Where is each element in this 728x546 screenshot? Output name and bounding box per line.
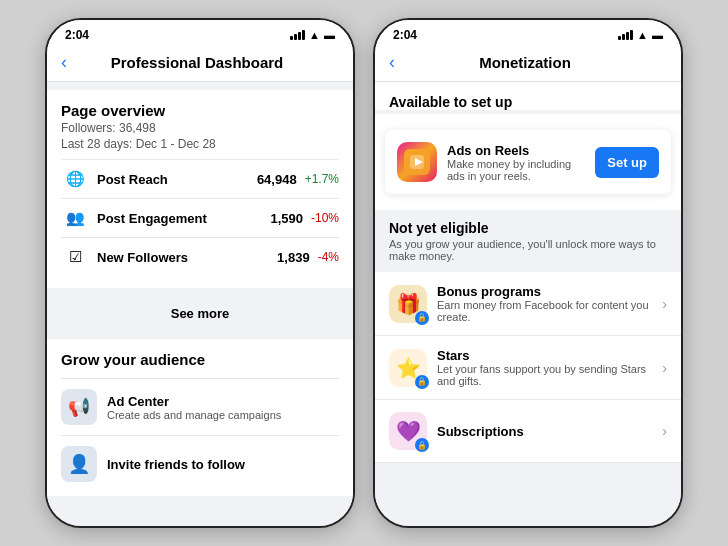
status-bar-left: 2:04 ▲ ▬ (47, 20, 353, 46)
back-button-right[interactable]: ‹ (389, 52, 395, 73)
lock-badge-stars: 🔒 (415, 375, 429, 389)
subscriptions-item[interactable]: 💜 🔒 Subscriptions › (375, 400, 681, 463)
ad-center-text: Ad Center Create ads and manage campaign… (107, 394, 281, 421)
lock-badge-subscriptions: 🔒 (415, 438, 429, 452)
nav-title-right: Monetization (403, 54, 647, 71)
page-overview-heading: Page overview (61, 102, 339, 119)
post-engagement-value: 1,590 (270, 211, 303, 226)
wifi-icon: ▲ (309, 29, 320, 41)
ads-text: Ads on Reels Make money by including ads… (447, 143, 585, 182)
invite-text: Invite friends to follow (107, 457, 245, 472)
bonus-arrow-icon: › (662, 296, 667, 312)
date-range: Last 28 days: Dec 1 - Dec 28 (61, 137, 339, 151)
reach-icon: 🌐 (61, 170, 89, 188)
post-reach-value: 64,948 (257, 172, 297, 187)
ads-reels-icon (397, 142, 437, 182)
lock-badge-bonus: 🔒 (415, 311, 429, 325)
ads-sub: Make money by including ads in your reel… (447, 158, 585, 182)
status-icons-left: ▲ ▬ (290, 29, 335, 41)
ads-on-reels-card: Ads on Reels Make money by including ads… (385, 130, 671, 194)
not-eligible-title: Not yet eligible (389, 220, 667, 236)
subscriptions-icon: 💜 🔒 (389, 412, 427, 450)
ads-title: Ads on Reels (447, 143, 585, 158)
back-button-left[interactable]: ‹ (61, 52, 67, 73)
stars-title: Stars (437, 348, 652, 363)
stars-text: Stars Let your fans support you by sendi… (437, 348, 652, 387)
stat-row-post-engagement: 👥 Post Engagement 1,590 -10% (61, 198, 339, 237)
grow-item-invite[interactable]: 👤 Invite friends to follow (61, 435, 339, 492)
subscriptions-text: Subscriptions (437, 424, 524, 439)
followers-label: Followers: 36,498 (61, 121, 339, 135)
bonus-programs-item[interactable]: 🎁 🔒 Bonus programs Earn money from Faceb… (375, 272, 681, 336)
left-phone-content: Page overview Followers: 36,498 Last 28 … (47, 82, 353, 526)
new-followers-value: 1,839 (277, 250, 310, 265)
not-eligible-section: Not yet eligible As you grow your audien… (375, 210, 681, 272)
followers-icon: ☑ (61, 248, 89, 266)
subscriptions-arrow-icon: › (662, 423, 667, 439)
status-icons-right: ▲ ▬ (618, 29, 663, 41)
grow-audience-section: Grow your audience 📢 Ad Center Create ad… (47, 339, 353, 496)
right-phone-content: Available to set up (375, 82, 681, 526)
invite-title: Invite friends to follow (107, 457, 245, 472)
signal-icon (290, 30, 305, 40)
signal-icon-right (618, 30, 633, 40)
right-phone: 2:04 ▲ ▬ ‹ Monetization Available to set (373, 18, 683, 528)
battery-icon: ▬ (324, 29, 335, 41)
stat-row-new-followers: ☑ New Followers 1,839 -4% (61, 237, 339, 276)
stars-sub: Let your fans support you by sending Sta… (437, 363, 652, 387)
status-time-left: 2:04 (65, 28, 89, 42)
new-followers-label: New Followers (97, 250, 277, 265)
ad-center-title: Ad Center (107, 394, 281, 409)
grow-item-ad-center[interactable]: 📢 Ad Center Create ads and manage campai… (61, 378, 339, 435)
stars-item[interactable]: ⭐ 🔒 Stars Let your fans support you by s… (375, 336, 681, 400)
nav-title-left: Professional Dashboard (75, 54, 319, 71)
stars-arrow-icon: › (662, 360, 667, 376)
nav-bar-left: ‹ Professional Dashboard (47, 46, 353, 82)
subscriptions-title: Subscriptions (437, 424, 524, 439)
setup-button[interactable]: Set up (595, 147, 659, 178)
post-engagement-change: -10% (311, 211, 339, 225)
invite-icon: 👤 (61, 446, 97, 482)
page-overview-card: Page overview Followers: 36,498 Last 28 … (47, 90, 353, 288)
wifi-icon-right: ▲ (637, 29, 648, 41)
see-more-button[interactable]: See more (61, 296, 339, 331)
nav-bar-right: ‹ Monetization (375, 46, 681, 82)
bonus-sub: Earn money from Facebook for content you… (437, 299, 652, 323)
bonus-text: Bonus programs Earn money from Facebook … (437, 284, 652, 323)
stars-icon: ⭐ 🔒 (389, 349, 427, 387)
ad-center-sub: Create ads and manage campaigns (107, 409, 281, 421)
status-bar-right: 2:04 ▲ ▬ (375, 20, 681, 46)
bonus-icon: 🎁 🔒 (389, 285, 427, 323)
post-reach-label: Post Reach (97, 172, 257, 187)
available-section-header: Available to set up (375, 82, 681, 110)
post-reach-change: +1.7% (305, 172, 339, 186)
post-engagement-label: Post Engagement (97, 211, 270, 226)
bonus-title: Bonus programs (437, 284, 652, 299)
engagement-icon: 👥 (61, 209, 89, 227)
status-time-right: 2:04 (393, 28, 417, 42)
not-eligible-sub: As you grow your audience, you'll unlock… (389, 238, 667, 262)
ad-center-icon: 📢 (61, 389, 97, 425)
ads-card-wrapper: Ads on Reels Make money by including ads… (375, 114, 681, 210)
left-phone: 2:04 ▲ ▬ ‹ Professional Dashboard Page o… (45, 18, 355, 528)
stat-row-post-reach: 🌐 Post Reach 64,948 +1.7% (61, 159, 339, 198)
new-followers-change: -4% (318, 250, 339, 264)
grow-title: Grow your audience (61, 351, 339, 368)
battery-icon-right: ▬ (652, 29, 663, 41)
available-title: Available to set up (389, 94, 667, 110)
